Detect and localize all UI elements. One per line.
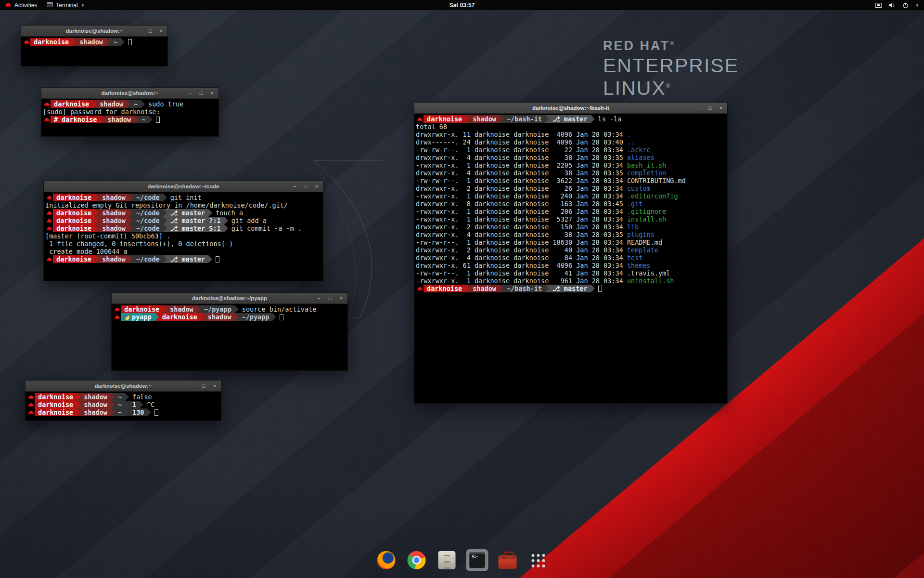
command-text: source bin/activate (242, 305, 316, 313)
terminal-cursor (216, 256, 219, 263)
maximize-button[interactable]: □ (201, 383, 206, 389)
prompt-segment-host: shadow (99, 255, 129, 263)
prompt-line: darknoiseshadow~130 (27, 408, 221, 416)
powerline-arrow (129, 209, 133, 217)
terminal-content[interactable]: darknoiseshadow~ (21, 37, 167, 66)
output-line: -rw-rw-r--. 1 darknoise darknoise 18630 … (416, 238, 727, 246)
activities-button[interactable]: Activities (0, 0, 42, 10)
minimize-button[interactable]: − (187, 90, 193, 96)
prompt-segment-host: shadow (205, 313, 235, 321)
prompt-segment-host: shadow (80, 401, 111, 408)
powerline-arrow (545, 285, 549, 292)
terminal-window-home-2: darknoise@shadow:~ −□× darknoiseshadow~f… (25, 380, 221, 421)
terminal-output: drwxrwxr-x. 2 darknoise darknoise 26 Jan… (416, 184, 627, 192)
chrome-icon[interactable] (406, 549, 428, 571)
firefox-icon[interactable] (375, 549, 398, 571)
registered-mark: ® (666, 82, 671, 89)
prompt-segment-host: shadow (99, 217, 129, 224)
prompt-segment-user: darknoise (424, 115, 465, 123)
titlebar[interactable]: darknoise@shadow:~/bash-it −□× (414, 103, 727, 114)
titlebar[interactable]: darknoise@shadow:~/code −□× (44, 181, 323, 192)
powerline-arrow (500, 285, 503, 292)
powerline-arrow (141, 100, 145, 108)
dock: $> (375, 549, 549, 571)
file-name: bash_it.sh (627, 161, 666, 169)
terminal-output: -rw-rw-r--. 1 darknoise darknoise 18630 … (416, 238, 627, 246)
prompt-segment-git: ⎇ master (167, 255, 208, 263)
output-line: total 68 (416, 123, 727, 131)
titlebar[interactable]: darknoise@shadow:~ −□× (41, 88, 218, 99)
terminal-icon[interactable]: $> (466, 549, 488, 571)
maximize-button[interactable]: □ (198, 90, 204, 96)
minimize-button[interactable]: − (696, 105, 702, 111)
minimize-button[interactable]: − (292, 184, 297, 189)
prompt-segment-path: ~/code (133, 255, 163, 263)
rhel-brand-line2: ENTERPRISE (603, 54, 739, 77)
close-button[interactable]: × (718, 105, 724, 111)
file-name: . (627, 131, 631, 138)
terminal-output: [master (root-commit) 50bcb63] . (45, 232, 170, 240)
window-title: darknoise@shadow:~/code (148, 184, 219, 189)
close-button[interactable]: × (212, 383, 218, 389)
powerline-arrow (111, 408, 115, 416)
titlebar[interactable]: darknoise@shadow:~/pyapp −□× (112, 293, 347, 304)
close-button[interactable]: × (158, 28, 164, 34)
prompt-segment-user: darknoise (53, 217, 95, 224)
prompt-segment-path: ~/code (133, 209, 163, 217)
terminal-output: -rw-rw-r--. 1 darknoise darknoise 41 Jan… (416, 269, 627, 277)
app-menu-terminal[interactable]: Terminal ▾ (42, 0, 89, 10)
maximize-button[interactable]: □ (147, 28, 153, 34)
minimize-button[interactable]: − (316, 295, 322, 301)
command-text: git add a (231, 217, 267, 224)
toolbox-icon[interactable] (497, 549, 519, 571)
terminal-content[interactable]: darknoiseshadow~falsedarknoiseshadow~1^C… (26, 392, 221, 420)
prompt-line: darknoiseshadow~false (27, 393, 221, 401)
powerline-arrow (272, 313, 276, 321)
minimize-button[interactable]: − (136, 28, 142, 34)
maximize-button[interactable]: □ (327, 295, 333, 301)
terminal-cursor (598, 286, 602, 292)
powerline-arrow (201, 313, 205, 321)
minimize-button[interactable]: − (190, 383, 195, 389)
terminal-output: drwxrwxr-x. 11 darknoise darknoise 4096 … (416, 131, 627, 138)
prompt-line: darknoiseshadow~/pyappsource bin/activat… (113, 305, 347, 313)
prompt-segment-path: ~ (115, 408, 125, 416)
output-line: -rw-rw-r--. 1 darknoise darknoise 3622 J… (416, 177, 727, 184)
clock[interactable]: Sat 03:57 (449, 2, 475, 9)
terminal-content[interactable]: darknoiseshadow~sudo true[sudo] password… (41, 99, 218, 136)
powerline-arrow (77, 401, 80, 408)
terminal-content[interactable]: darknoiseshadow~/bash-it⎇ masterls -lato… (414, 114, 727, 403)
prompt-segment-host: shadow (80, 408, 111, 416)
prompt-line: darknoiseshadow~1^C (27, 401, 221, 408)
close-button[interactable]: × (209, 90, 215, 96)
system-status-area[interactable]: ▾ (875, 0, 924, 10)
prompt-segment-host: shadow (104, 116, 134, 123)
powerline-arrow (197, 305, 201, 313)
prompt-segment-path: ~ (130, 100, 141, 108)
titlebar[interactable]: darknoise@shadow:~ −□× (26, 381, 221, 392)
file-name: custom (627, 184, 651, 192)
close-button[interactable]: × (338, 295, 344, 301)
show-apps-icon[interactable] (527, 549, 549, 571)
terminal-content[interactable]: darknoiseshadow~/pyappsource bin/activat… (112, 304, 347, 370)
redhat-prompt-icon (45, 209, 53, 217)
display-icon (875, 2, 882, 8)
prompt-line: darknoiseshadow~/code⎇ mastertouch a (45, 209, 323, 217)
maximize-button[interactable]: □ (303, 184, 308, 189)
redhat-logo-icon (5, 2, 12, 9)
terminal-output: drwxrwxr-x. 4 darknoise darknoise 84 Jan… (416, 254, 627, 262)
redhat-prompt-icon (416, 285, 424, 292)
terminal-window-code: darknoise@shadow:~/code −□× darknoisesha… (43, 181, 323, 281)
command-text: false (132, 393, 152, 401)
close-button[interactable]: × (314, 184, 320, 189)
maximize-button[interactable]: □ (707, 105, 713, 111)
files-icon[interactable] (436, 549, 458, 571)
powerline-arrow (163, 224, 167, 232)
powerline-arrow (72, 38, 76, 46)
file-name: aliases (627, 154, 654, 161)
output-line: -rw-rw-r--. 1 darknoise darknoise 41 Jan… (416, 269, 727, 277)
terminal-content[interactable]: darknoiseshadow~/codegit initInitialized… (44, 193, 323, 281)
redhat-prompt-icon (23, 38, 30, 46)
titlebar[interactable]: darknoise@shadow:~ −□× (21, 26, 167, 37)
output-line: drwxrwxr-x. 61 darknoise darknoise 4096 … (416, 262, 727, 269)
